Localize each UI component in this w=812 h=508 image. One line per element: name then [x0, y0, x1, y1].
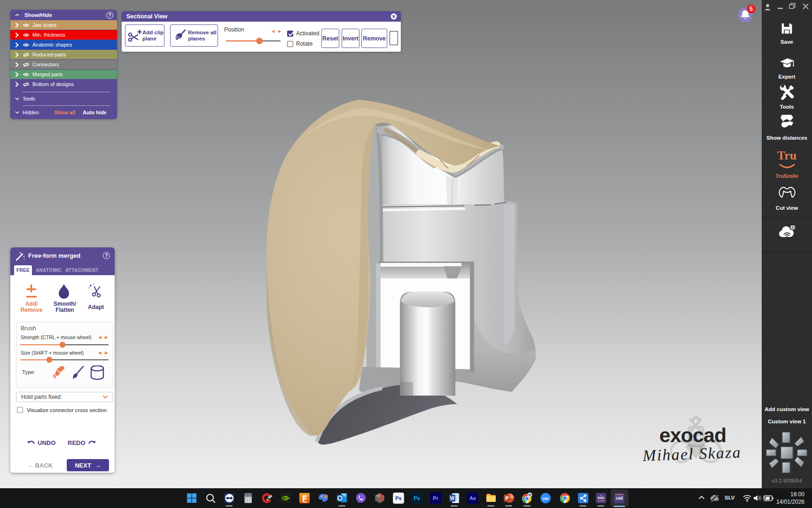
svg-text:Mihael Skaza: Mihael Skaza [643, 444, 741, 464]
svg-text:exocad: exocad [659, 424, 726, 446]
svg-text:rus: rus [303, 500, 307, 503]
svg-text:5: 5 [750, 6, 753, 12]
svg-text:zm: zm [543, 496, 549, 501]
svg-text:Mi: Mi [529, 493, 531, 496]
svg-text:AI: AI [791, 226, 794, 229]
svg-text:cad: cad [616, 496, 623, 500]
